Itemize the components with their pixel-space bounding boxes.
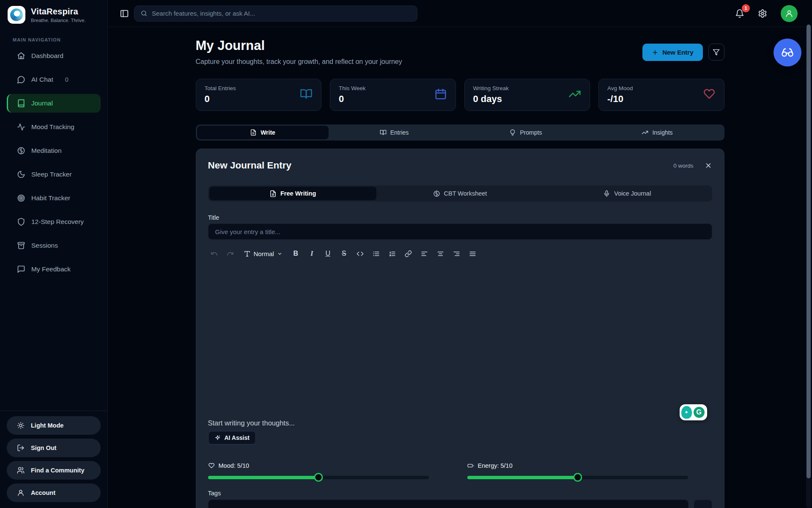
- tab-label: Write: [261, 129, 275, 136]
- mic-icon: [603, 190, 610, 197]
- mode-tab-cbt-worksheet[interactable]: CBT Worksheet: [376, 187, 543, 200]
- toolbar-strikethrough-button[interactable]: S: [338, 248, 350, 260]
- italic-glyph: I: [310, 250, 313, 257]
- toolbar-bold-button[interactable]: B: [290, 248, 302, 260]
- sidebar-item-my-feedback[interactable]: My Feedback: [7, 260, 101, 279]
- editor-placeholder: Start writing your thoughts...: [208, 419, 295, 427]
- energy-slider[interactable]: [467, 473, 688, 482]
- tab-label: Insights: [652, 129, 672, 136]
- stat-value: -/10: [607, 94, 633, 105]
- panel-left-icon: [120, 9, 129, 18]
- mood-slider[interactable]: [208, 473, 429, 482]
- tags-input[interactable]: [208, 500, 689, 508]
- scrollbar-thumb[interactable]: [807, 25, 811, 478]
- light-mode-button[interactable]: Light Mode: [7, 416, 101, 435]
- strikethrough-glyph: S: [342, 250, 346, 257]
- editor-toolbar: NormalBIUS: [208, 247, 712, 260]
- tab-entries[interactable]: Entries: [329, 126, 460, 139]
- file-text-icon: [250, 129, 257, 136]
- settings-button[interactable]: [758, 9, 767, 18]
- search-input[interactable]: [152, 10, 411, 17]
- chevron-down-icon: [277, 251, 283, 257]
- new-entry-button[interactable]: New Entry: [642, 44, 702, 61]
- sidebar-item-dashboard[interactable]: Dashboard: [7, 47, 101, 65]
- mode-tab-voice-journal[interactable]: Voice Journal: [543, 187, 710, 200]
- toolbar-redo-button[interactable]: [224, 248, 236, 260]
- sidebar-item-mood-tracking[interactable]: Mood Tracking: [7, 118, 101, 136]
- grammarly-suggestion-icon[interactable]: ✦: [681, 406, 692, 419]
- user-avatar[interactable]: [781, 5, 798, 22]
- find-a-community-button[interactable]: Find a Community: [7, 461, 101, 480]
- tags-add-button[interactable]: [694, 500, 712, 508]
- align-left-icon: [421, 250, 428, 257]
- toolbar-code-button[interactable]: [354, 248, 366, 260]
- sidebar-item-label: Mood Tracking: [31, 123, 74, 131]
- stat-label: Total Entries: [205, 85, 236, 91]
- grammarly-widget[interactable]: ✦ G: [680, 404, 707, 420]
- sidebar-item-meditation[interactable]: Meditation: [7, 141, 101, 160]
- sidebar-item-sleep-tracker[interactable]: Sleep Tracker: [7, 165, 101, 184]
- toolbar-ordered-list-button[interactable]: [386, 248, 398, 260]
- brain-icon: [433, 190, 440, 197]
- filter-button[interactable]: [708, 44, 724, 61]
- word-count: 0 words: [673, 163, 693, 169]
- energy-slider-thumb[interactable]: [573, 473, 582, 482]
- close-entry-button[interactable]: [705, 162, 712, 169]
- page-subtitle: Capture your thoughts, track your growth…: [196, 58, 402, 66]
- tab-label: CBT Worksheet: [444, 190, 487, 197]
- file-text-icon: [269, 190, 277, 197]
- sidebar-item-ai-chat[interactable]: AI Chat0: [7, 70, 101, 89]
- book-open-icon: [380, 129, 387, 136]
- button-label: Sign Out: [31, 444, 56, 451]
- sidebar-item-12-step-recovery[interactable]: 12-Step Recovery: [7, 213, 101, 231]
- shield-icon: [17, 218, 25, 226]
- search-icon: [140, 10, 148, 17]
- toolbar-undo-button[interactable]: [208, 248, 220, 260]
- mood-slider-thumb[interactable]: [314, 473, 323, 482]
- accessibility-widget-button[interactable]: [774, 39, 801, 66]
- sidebar-item-sessions[interactable]: Sessions: [7, 236, 101, 255]
- bold-glyph: B: [294, 250, 299, 257]
- toolbar-bullet-list-button[interactable]: [370, 248, 382, 260]
- sign-out-button[interactable]: Sign Out: [7, 439, 101, 457]
- sidebar-item-label: Dashboard: [31, 52, 63, 60]
- sidebar-item-label: Journal: [31, 99, 53, 107]
- toolbar-align-left-button[interactable]: [418, 248, 431, 260]
- stats-row: Total Entries0This Week0Writing Streak0 …: [196, 79, 724, 111]
- sidebar-item-label: Sessions: [31, 242, 58, 249]
- toolbar-italic-button[interactable]: I: [306, 248, 318, 260]
- toolbar-underline-button[interactable]: U: [322, 248, 334, 260]
- align-right-icon: [453, 250, 460, 257]
- tab-write[interactable]: Write: [197, 126, 329, 139]
- close-icon: [705, 162, 712, 169]
- plus-icon: [652, 49, 658, 56]
- gear-icon: [758, 9, 767, 18]
- toolbar-align-center-button[interactable]: [434, 248, 447, 260]
- sidebar-item-label: My Feedback: [31, 265, 71, 273]
- account-button[interactable]: Account: [7, 483, 101, 502]
- grammarly-logo-icon[interactable]: G: [693, 406, 705, 419]
- tags-label: Tags: [208, 490, 712, 497]
- toolbar-align-right-button[interactable]: [450, 248, 463, 260]
- message-icon: [17, 265, 25, 273]
- toolbar-align-justify-button[interactable]: [466, 248, 479, 260]
- tab-prompts[interactable]: Prompts: [460, 126, 592, 139]
- sparkles-icon: [214, 435, 221, 441]
- tab-insights[interactable]: Insights: [592, 126, 723, 139]
- sidebar-item-count: 0: [65, 76, 69, 83]
- new-entry-card: New Journal Entry 0 words Free WritingCB…: [196, 149, 724, 508]
- toolbar-format-dropdown[interactable]: Normal: [240, 248, 286, 260]
- entry-title-input[interactable]: [208, 224, 712, 240]
- user-icon: [785, 9, 793, 18]
- sidebar-item-journal[interactable]: Journal: [7, 94, 101, 113]
- mode-tab-free-writing[interactable]: Free Writing: [209, 187, 376, 200]
- page-title: My Journal: [196, 38, 402, 53]
- button-label: Find a Community: [31, 467, 84, 474]
- archive-icon: [17, 241, 25, 250]
- sidebar-item-label: Habit Tracker: [31, 194, 70, 202]
- editor-area[interactable]: Start writing your thoughts... AI Assist…: [208, 260, 712, 444]
- toolbar-link-button[interactable]: [402, 248, 414, 260]
- ai-assist-button[interactable]: AI Assist: [208, 431, 256, 444]
- sidebar-toggle-button[interactable]: [120, 9, 129, 18]
- sidebar-item-habit-tracker[interactable]: Habit Tracker: [7, 189, 101, 207]
